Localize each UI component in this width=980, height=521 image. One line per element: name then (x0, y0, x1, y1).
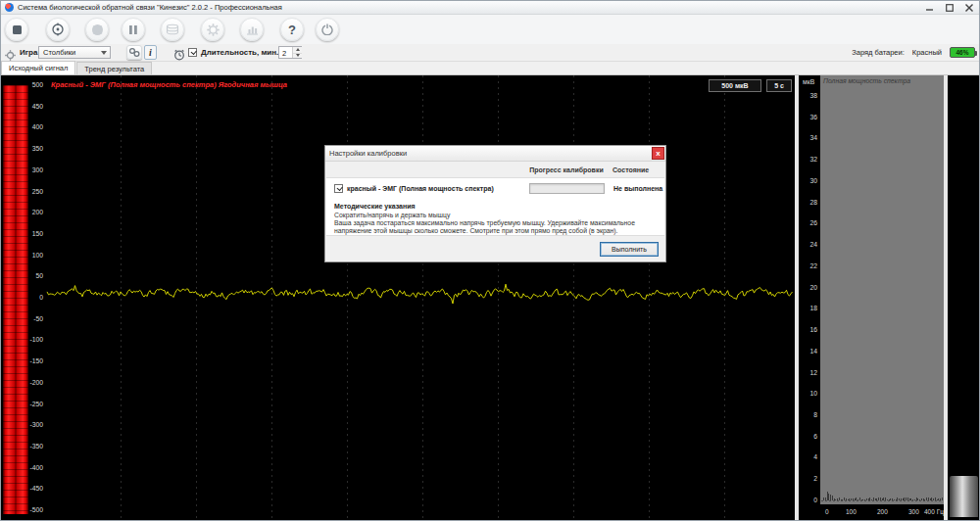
scale-button[interactable]: 500 мкВ (709, 79, 761, 92)
calibrate-button[interactable] (46, 18, 70, 41)
duration-label: Длительность, мин. (201, 48, 278, 57)
tab-source-signal[interactable]: Исходный сигнал (1, 61, 75, 74)
pause-button[interactable] (122, 18, 145, 41)
info-button[interactable]: i (144, 45, 157, 60)
y-tick-label: 350 (28, 146, 43, 153)
help-icon: ? (288, 24, 296, 36)
spectrum-y-tick: 8 (802, 412, 817, 419)
calibration-progress-bar (529, 183, 605, 194)
battery-channel: Красный (912, 48, 942, 57)
time-scale-button[interactable]: 5 с (766, 79, 792, 92)
chevron-down-icon (101, 51, 107, 55)
battery-icon: 46% (950, 47, 975, 58)
stop-button[interactable] (5, 18, 28, 41)
signal-y-axis: 500450400350300250200150100500-50-100-15… (28, 82, 43, 514)
y-tick-label: -100 (28, 337, 43, 344)
dialog-close-icon[interactable]: x (652, 147, 664, 160)
y-tick-label: 500 (28, 82, 43, 89)
y-tick-label: 450 (28, 104, 43, 111)
channel-row: красный - ЭМГ (Полная мощность спектра) … (326, 183, 664, 195)
spectrum-chart: Полная мощность спектра (820, 75, 944, 504)
spectrum-unit-label: мкВ (803, 78, 814, 85)
duration-checkbox[interactable] (188, 48, 197, 57)
spectrum-bar (942, 497, 943, 500)
game-level-column (948, 75, 980, 520)
state-column-header: Состояние (612, 166, 662, 173)
y-tick-label: 150 (28, 231, 43, 238)
application-window: Система биологической обратной связи "Ки… (0, 0, 980, 521)
spectrum-y-tick: 32 (802, 157, 817, 164)
main-toolbar: ? (1, 15, 979, 44)
spectrum-y-tick: 16 (802, 327, 817, 334)
y-tick-label: -300 (28, 422, 43, 429)
spectrum-title: Полная мощность спектра (823, 77, 910, 84)
progress-column-header: Прогресс калибровки (527, 166, 606, 173)
duration-spinner[interactable]: 2 (278, 46, 302, 59)
y-tick-label: -450 (28, 486, 43, 493)
maximize-icon[interactable] (944, 2, 956, 13)
spectrum-y-tick: 12 (802, 370, 817, 377)
chart-title: Красный - ЭМГ (Полная мощность спектра) … (51, 80, 287, 89)
y-tick-label: 400 (28, 124, 43, 131)
y-tick-label: 100 (28, 253, 43, 260)
close-icon[interactable] (963, 2, 975, 13)
spectrum-y-tick: 20 (802, 285, 817, 292)
minimize-icon[interactable] (924, 2, 936, 13)
spectrum-y-tick: 36 (802, 115, 817, 121)
sessions-button[interactable] (161, 18, 184, 41)
spectrum-y-tick: 38 (802, 93, 817, 100)
dialog-footer: Выполнить (325, 236, 665, 261)
game-dropdown-value: Столбики (43, 48, 75, 57)
game-label: Игра (20, 48, 37, 57)
spectrum-y-tick: 30 (802, 178, 817, 185)
channel-label: красный - ЭМГ (Полная мощность спектра) (347, 185, 494, 192)
dialog-title-bar[interactable]: Настройки калибровки x (325, 146, 665, 162)
channel-checkbox[interactable] (334, 184, 343, 193)
game-button[interactable] (85, 18, 109, 41)
settings-button[interactable] (201, 18, 224, 41)
game-dropdown[interactable]: Столбики (38, 46, 111, 59)
emg-trace (45, 75, 795, 520)
y-tick-label: 300 (28, 167, 43, 174)
y-tick-label: -500 (28, 507, 43, 514)
guide-line1: Сократить/напрячь и держать мышцу (334, 212, 450, 218)
spectrum-y-tick: 0 (802, 497, 817, 504)
calibration-status: Не выполнена (613, 185, 662, 192)
spectrum-y-tick: 26 (802, 220, 817, 227)
spinner-down-button[interactable] (293, 53, 302, 59)
y-tick-label: 200 (28, 210, 43, 216)
emg-signal-chart: Красный - ЭМГ (Полная мощность спектра) … (45, 75, 795, 520)
help-button[interactable]: ? (280, 18, 304, 41)
y-tick-label: -50 (28, 316, 43, 323)
game-level-bar (950, 476, 978, 517)
tab-result-trend[interactable]: Тренд результата (76, 62, 152, 74)
calibration-dialog: Настройки калибровки x Прогресс калибров… (324, 145, 666, 262)
spectrum-x-tick: 100 (846, 508, 857, 515)
y-tick-label: -250 (28, 402, 43, 408)
execute-button[interactable]: Выполнить (600, 242, 659, 257)
spectrum-y-axis: мкВ 38363432302826242220181614121086420 (799, 75, 820, 520)
main-content: 500450400350300250200150100500-50-100-15… (1, 75, 980, 520)
y-tick-label: -400 (28, 465, 43, 472)
spectrum-y-tick: 28 (802, 200, 817, 207)
spectrum-x-tick: 300 (908, 508, 919, 515)
spectrum-y-tick: 4 (802, 454, 817, 461)
spectrum-y-tick: 18 (802, 306, 817, 312)
y-tick-label: -150 (28, 358, 43, 365)
spectrum-x-tick: 0 (825, 508, 829, 515)
power-button[interactable] (316, 18, 339, 41)
dialog-title: Настройки калибровки (329, 149, 407, 158)
info-icon: i (149, 47, 152, 58)
guide-line2: Ваша задача постараться максимально напр… (334, 219, 660, 235)
spectrum-y-tick: 14 (802, 349, 817, 355)
duration-value: 2 (282, 49, 286, 58)
y-tick-label: 50 (28, 273, 43, 280)
results-button[interactable] (240, 18, 264, 41)
signal-level-axis: 500450400350300250200150100500-50-100-15… (1, 75, 45, 520)
game-settings-button[interactable] (126, 45, 142, 60)
battery-status: Заряд батареи: Красный 46% (852, 47, 975, 58)
window-title: Система биологической обратной связи "Ки… (18, 3, 282, 12)
spectrum-y-tick: 24 (802, 242, 817, 249)
y-tick-label: 0 (28, 295, 43, 302)
spectrum-y-tick: 22 (802, 263, 817, 270)
